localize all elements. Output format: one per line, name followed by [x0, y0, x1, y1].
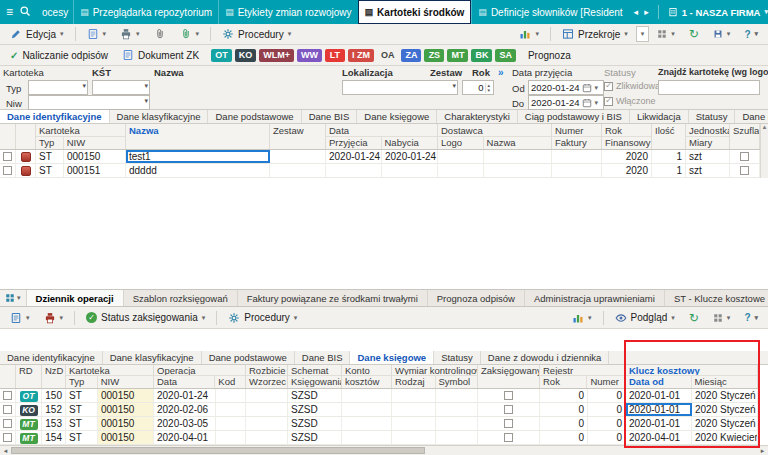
attachment-button[interactable] — [148, 26, 172, 43]
asset-row[interactable]: ST 000150 test1 2020-01-24 2020-01-24 20… — [0, 150, 760, 164]
col-ksiegowania[interactable]: Księgowania — [288, 376, 341, 388]
operation-badge[interactable]: WLM+ — [259, 49, 294, 62]
col-wzorzec[interactable]: Wzorzec — [246, 376, 287, 388]
col-rejestr-rok[interactable]: Rok — [540, 376, 587, 388]
journal-grid-button[interactable]: ▾ — [707, 309, 737, 326]
col-miesiac[interactable]: Miesiąc — [692, 376, 758, 388]
col-kartoteka[interactable]: Kartoteka — [66, 365, 153, 375]
bottom-panel-tab[interactable]: Prognoza odpisów — [428, 290, 525, 306]
procedures-button[interactable]: Procedury ▾ — [216, 26, 297, 43]
filter-niw-combo[interactable]: ▾ — [28, 95, 150, 110]
view-selector-combo[interactable]: ▾ — [636, 26, 650, 42]
col-przyjecia[interactable]: Przyjęcia — [326, 137, 382, 149]
szuflada-checkbox[interactable] — [740, 152, 749, 161]
journal-row[interactable]: OT 150 ST 000150 2020-01-24 SZSD 0 0 202… — [0, 389, 760, 403]
panel-view-button[interactable]: ▾ — [0, 290, 27, 306]
detail-tab[interactable]: Dane klasyfikacyjne — [103, 351, 202, 364]
app-menu-icon[interactable]: ≡ — [6, 6, 13, 18]
row-checkbox[interactable] — [3, 166, 12, 175]
detail-tab[interactable]: Dane z dowodu i dziennika — [481, 351, 610, 364]
asset-row[interactable]: ST 000151 ddddd 2020 1 szt — [0, 164, 760, 178]
journal-edit-button[interactable]: ▾ — [4, 309, 36, 326]
zaksiegowany-checkbox[interactable] — [504, 391, 513, 400]
journal-row[interactable]: KO 152 ST 000150 2020-02-06 SZSD 0 0 202… — [0, 403, 760, 417]
detail-tab[interactable]: Dane BIS — [302, 110, 358, 123]
row-checkbox[interactable] — [3, 433, 12, 442]
col-wymiar[interactable]: Wymiar kontrolingowy — [392, 365, 477, 375]
bottom-panel-tab[interactable]: Administracja uprawnieniami — [525, 290, 665, 306]
edit-menu-button[interactable]: Edycja ▾ — [4, 26, 70, 43]
col-data[interactable]: Data — [326, 124, 437, 136]
przekroje-button[interactable]: Przekroje ▾ — [556, 26, 634, 43]
detail-tab[interactable]: Dane podstawowe — [208, 110, 301, 123]
topbar-tab[interactable]: ▤ Definicje słowników [Resident — [471, 0, 628, 24]
col-nabycia[interactable]: Nabycia — [382, 137, 438, 149]
scrollbar-thumb[interactable] — [11, 447, 425, 454]
col-dostawca[interactable]: Dostawca — [438, 124, 551, 136]
journal-row[interactable]: MT 154 ST 000150 2020-04-01 SZSD 0 0 202… — [0, 431, 760, 445]
topbar-tab[interactable]: ▤ Etykiety zmian rozwojowy — [218, 0, 357, 24]
detail-tab[interactable]: Dane BIS — [295, 351, 351, 364]
filter-lokalizacja-combo[interactable]: ▾ — [342, 80, 458, 95]
col-schemat[interactable]: Schemat — [288, 365, 341, 375]
operation-badge[interactable]: LT — [325, 49, 345, 62]
bottom-panel-tab[interactable]: ST - Klucze kosztowe — [665, 290, 768, 306]
podglad-button[interactable]: Podgląd ▾ — [609, 309, 681, 326]
col-kartoteka[interactable]: Kartoteka — [36, 124, 125, 136]
detail-tab[interactable]: Dane identyfikacyjne — [0, 110, 110, 123]
col-rodzaj[interactable]: Rodzaj — [392, 376, 436, 388]
col-data-od[interactable]: Data od — [626, 376, 692, 388]
operation-badge[interactable]: WW — [297, 49, 322, 62]
assets-table-vscrollbar[interactable]: ▲ — [760, 124, 768, 178]
zaksiegowany-checkbox[interactable] — [504, 419, 513, 428]
col-kod[interactable]: Kod — [215, 376, 245, 388]
col-logo[interactable]: Logo — [438, 137, 484, 149]
col-rejestr-numer[interactable]: Numer — [587, 376, 625, 388]
journal-help-button[interactable]: ?▾ — [738, 309, 764, 326]
col-kosztow[interactable]: kosztów — [342, 376, 391, 388]
expand-chevron-icon[interactable]: » — [498, 67, 504, 78]
operation-badge[interactable]: I ZM — [348, 49, 374, 62]
filter-data-od-input[interactable]: 2020-01-24 ▾ — [528, 80, 604, 95]
col-zestaw[interactable]: Zestaw — [270, 124, 325, 137]
col-rozbicie[interactable]: Rozbicie — [246, 365, 287, 375]
detail-tab[interactable]: Dane księgowe — [357, 110, 437, 123]
detail-tab[interactable]: Charakterystyki — [437, 110, 517, 123]
col-ilosc[interactable]: Ilość — [652, 124, 685, 137]
scroll-left-icon[interactable]: ◂ — [1, 447, 10, 455]
col-numer[interactable]: Numer — [552, 124, 601, 136]
operation-badge[interactable]: SA — [495, 49, 516, 62]
col-symbol[interactable]: Symbol — [436, 376, 478, 388]
col-nzd[interactable]: NzD — [42, 365, 65, 377]
col-rd[interactable]: RD — [16, 365, 41, 377]
detail-tab[interactable]: Statusy — [434, 351, 481, 364]
operation-badge[interactable]: OA — [377, 49, 399, 62]
col-zaksiegowany[interactable]: Zaksięgowany — [478, 365, 539, 377]
col-konto[interactable]: Konto — [342, 365, 391, 375]
save-layout-button[interactable]: ▾ — [707, 26, 737, 43]
topbar-partial-tab[interactable]: ocesy — [37, 0, 73, 24]
scroll-right-icon[interactable]: ▸ — [758, 447, 767, 455]
col-miary[interactable]: Miary — [686, 137, 729, 149]
znajdz-kartoteke-input[interactable] — [658, 80, 760, 95]
grid-view-button[interactable]: ▾ — [651, 26, 681, 43]
bottom-panel-tab[interactable]: Dziennik operacji — [27, 290, 124, 306]
col-niw[interactable]: NIW — [64, 137, 125, 149]
operation-badge[interactable]: OT — [211, 49, 232, 62]
chart-button[interactable]: ▾ — [513, 26, 545, 43]
col-typ[interactable]: Typ — [66, 376, 98, 388]
search-icon[interactable] — [19, 5, 31, 19]
detail-tab[interactable]: Ciąg podstawowy i BIS — [518, 110, 630, 123]
zaksiegowany-checkbox[interactable] — [504, 433, 513, 442]
detail-tab[interactable]: Dane księgowe — [350, 351, 434, 364]
detail-tab[interactable]: Dane identyfikacyjne — [0, 351, 103, 364]
detail-tab[interactable]: Dane uzupełniające — [735, 110, 768, 123]
row-checkbox[interactable] — [3, 391, 12, 400]
col-niw[interactable]: NIW — [98, 376, 153, 388]
bottom-panel-tab[interactable]: Szablon rozksięgowań — [124, 290, 238, 306]
journal-row[interactable]: MT 153 ST 000150 2020-03-05 SZSD 0 0 202… — [0, 417, 760, 431]
col-operacja[interactable]: Operacja — [154, 365, 245, 375]
link-button[interactable]: ▾ — [174, 26, 206, 43]
row-checkbox[interactable] — [3, 152, 12, 161]
operation-badge[interactable]: KO — [235, 49, 257, 62]
